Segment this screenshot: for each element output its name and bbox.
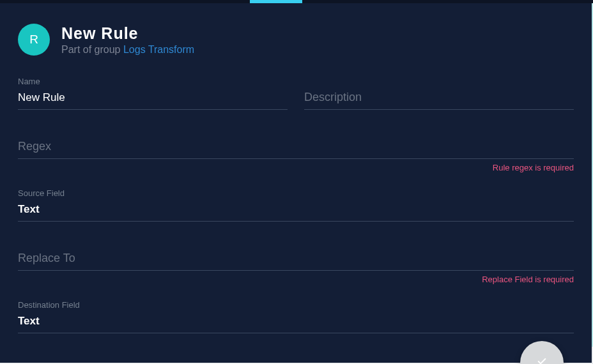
rule-type-avatar: R [18,24,50,56]
title-block: New Rule Part of group Logs Transform [61,24,194,56]
description-field-wrap: Description [304,72,574,110]
regex-field-wrap: Regex Rule regex is required [18,121,574,172]
source-field-input[interactable] [18,199,574,222]
destination-field-input[interactable] [18,311,574,333]
confirm-fab[interactable] [520,341,564,364]
destination-field-label: Destination Field [18,300,574,311]
replace-to-error: Replace Field is required [18,275,574,284]
source-field-label: Source Field [18,188,574,199]
form-header: R New Rule Part of group Logs Transform [18,24,574,56]
avatar-letter: R [29,33,38,47]
name-label: Name [18,76,288,87]
group-link[interactable]: Logs Transform [123,44,194,55]
subtitle-prefix: Part of group [61,44,123,55]
replace-to-input[interactable] [18,248,574,271]
description-input[interactable] [304,87,574,110]
replace-to-field-wrap: Replace To Replace Field is required [18,233,574,284]
destination-field-wrap: Destination Field [18,296,574,333]
regex-input[interactable] [18,137,574,159]
page-title: New Rule [61,24,194,43]
name-field-wrap: Name [18,72,288,110]
rule-form-panel: R New Rule Part of group Logs Transform … [0,3,592,363]
check-icon [537,356,547,364]
row-name-description: Name Description [18,72,574,116]
source-field-wrap: Source Field [18,184,574,222]
name-input[interactable] [18,87,288,110]
form-grid: Name Description Regex Rule regex is req… [18,72,574,333]
regex-error: Rule regex is required [18,163,574,172]
page-subtitle: Part of group Logs Transform [61,44,194,56]
